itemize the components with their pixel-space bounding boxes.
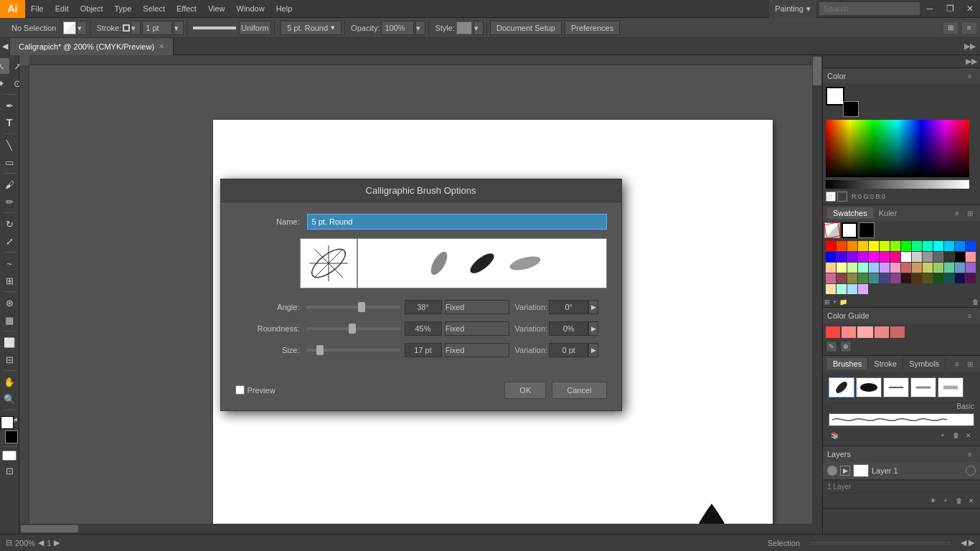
stroke-style-select[interactable]: Uniform	[239, 21, 271, 35]
brush-textured-item[interactable]	[829, 413, 974, 426]
swatch-cell-5[interactable]	[880, 241, 890, 251]
panels-toggle[interactable]: ◀	[0, 38, 10, 55]
cg-swatch-3[interactable]	[875, 326, 889, 338]
name-input[interactable]	[307, 214, 607, 230]
angle-type-select[interactable]: Fixed Random Pressure	[445, 300, 509, 314]
menu-help[interactable]: Help	[270, 0, 298, 18]
swatch-cell-47[interactable]	[880, 273, 890, 283]
brush-item-thin[interactable]	[883, 377, 909, 397]
change-screen-mode[interactable]: ⊡	[1, 463, 17, 479]
swatch-cell-2[interactable]	[847, 241, 857, 251]
swatch-cell-30[interactable]	[847, 263, 857, 273]
size-type-select[interactable]: Fixed Random	[445, 343, 509, 357]
size-slider-thumb[interactable]	[316, 345, 324, 355]
stroke-width-dropdown[interactable]: ▾	[174, 21, 184, 35]
swatch-cell-39[interactable]	[944, 263, 954, 273]
slice-tool[interactable]: ⊟	[1, 352, 17, 367]
swatch-cell-46[interactable]	[869, 273, 879, 283]
magic-wand-tool[interactable]: ✦	[0, 75, 9, 91]
swatch-cell-10[interactable]	[933, 241, 943, 251]
cg-swatch-1[interactable]	[826, 326, 840, 338]
swatch-cell-52[interactable]	[933, 273, 943, 283]
color-picker-gradient[interactable]	[826, 120, 969, 177]
swatch-cell-53[interactable]	[944, 273, 954, 283]
swatch-cell-59[interactable]	[858, 284, 868, 294]
layers-panel-menu[interactable]: ≡	[964, 448, 976, 460]
tab-close-button[interactable]: ✕	[159, 38, 164, 55]
swatch-cell-21[interactable]	[901, 252, 911, 262]
brushes-options[interactable]: ✕	[963, 430, 974, 441]
kuler-tab[interactable]: Kuler	[873, 207, 903, 219]
workspace-selector[interactable]: Painting ▾	[769, 0, 816, 18]
arrange-icon[interactable]: ⊞	[943, 22, 958, 34]
angle-slider-track[interactable]	[307, 306, 400, 309]
cancel-button[interactable]: Cancel	[552, 382, 606, 399]
swatch-cell-40[interactable]	[955, 263, 965, 273]
menu-window[interactable]: Window	[231, 0, 270, 18]
layer-target-indicator[interactable]	[966, 466, 976, 476]
restore-button[interactable]: ❐	[940, 0, 960, 18]
swatch-cell-55[interactable]	[966, 273, 976, 283]
swatch-cell-3[interactable]	[858, 241, 868, 251]
column-graph-tool[interactable]: ▦	[1, 312, 17, 328]
swatch-cell-33[interactable]	[880, 263, 890, 273]
white-swatch[interactable]	[842, 222, 857, 238]
swatch-cell-22[interactable]	[912, 252, 922, 262]
swatch-cell-28[interactable]	[826, 263, 836, 273]
type-tool[interactable]: T	[1, 115, 17, 131]
opacity-dropdown[interactable]: ▾	[415, 21, 425, 35]
roundness-slider-track[interactable]	[307, 327, 400, 330]
swatch-cell-16[interactable]	[847, 252, 857, 262]
swatch-cell-29[interactable]	[837, 263, 847, 273]
preferences-button[interactable]: Preferences	[565, 21, 620, 35]
color-controls[interactable]: ⇄	[1, 416, 18, 443]
zoom-stepper-left[interactable]: ◀	[38, 538, 44, 547]
stroke-color-dropdown[interactable]: ▾	[131, 21, 141, 35]
fill-dropdown[interactable]: ▾	[77, 21, 87, 35]
swatch-cell-8[interactable]	[912, 241, 922, 251]
swatch-cell-43[interactable]	[837, 273, 847, 283]
cg-swatch-2[interactable]	[842, 326, 856, 338]
swatch-cell-32[interactable]	[869, 263, 879, 273]
swatches-panel-menu[interactable]: ≡	[951, 207, 963, 219]
angle-slider-thumb[interactable]	[358, 302, 365, 312]
swatches-delete[interactable]: 🗑	[972, 298, 979, 306]
menu-file[interactable]: File	[25, 0, 50, 18]
swatch-cell-12[interactable]	[955, 241, 965, 251]
swatch-cell-35[interactable]	[901, 263, 911, 273]
doc-setup-button[interactable]: Document Setup	[490, 21, 562, 35]
rectangle-tool[interactable]: ▭	[1, 154, 17, 170]
swatch-cell-19[interactable]	[880, 252, 890, 262]
menu-view[interactable]: View	[202, 0, 231, 18]
scale-tool[interactable]: ⤢	[1, 233, 17, 249]
close-button[interactable]: ✕	[960, 0, 980, 18]
brushes-show-libraries[interactable]: 📚	[829, 430, 840, 441]
collapse-panels-button[interactable]: ▶▶	[960, 42, 980, 51]
swatch-cell-26[interactable]	[955, 252, 965, 262]
swatch-cell-37[interactable]	[923, 263, 933, 273]
swatch-cell-17[interactable]	[858, 252, 868, 262]
opacity-input[interactable]	[381, 21, 414, 35]
brush-item-round-1[interactable]	[829, 377, 854, 397]
preview-checkbox-label[interactable]: Preview	[235, 385, 275, 395]
color-guide-edit[interactable]: ✎	[826, 341, 837, 352]
cg-swatch-4[interactable]	[890, 326, 905, 338]
swatch-cell-15[interactable]	[837, 252, 847, 262]
size-value-input[interactable]	[405, 343, 442, 357]
swatch-cell-31[interactable]	[858, 263, 868, 273]
swatch-cell-0[interactable]	[826, 241, 836, 251]
swatch-cell-48[interactable]	[890, 273, 900, 283]
swatches-add[interactable]: +	[833, 298, 837, 306]
color-picker-bar[interactable]	[826, 180, 969, 189]
swatch-cell-6[interactable]	[890, 241, 900, 251]
swatch-cell-56[interactable]	[826, 284, 836, 294]
swatch-cell-27[interactable]	[966, 252, 976, 262]
search-input[interactable]	[819, 2, 920, 15]
menu-object[interactable]: Object	[75, 0, 109, 18]
color-guide-save[interactable]: ⊕	[840, 341, 852, 352]
angle-variation-arrow[interactable]: ▶	[588, 300, 598, 314]
minimize-button[interactable]: ─	[920, 0, 940, 18]
size-variation-input[interactable]	[549, 343, 588, 357]
stroke-color-box[interactable]	[5, 430, 18, 443]
color-guide-menu[interactable]: ≡	[964, 310, 976, 321]
